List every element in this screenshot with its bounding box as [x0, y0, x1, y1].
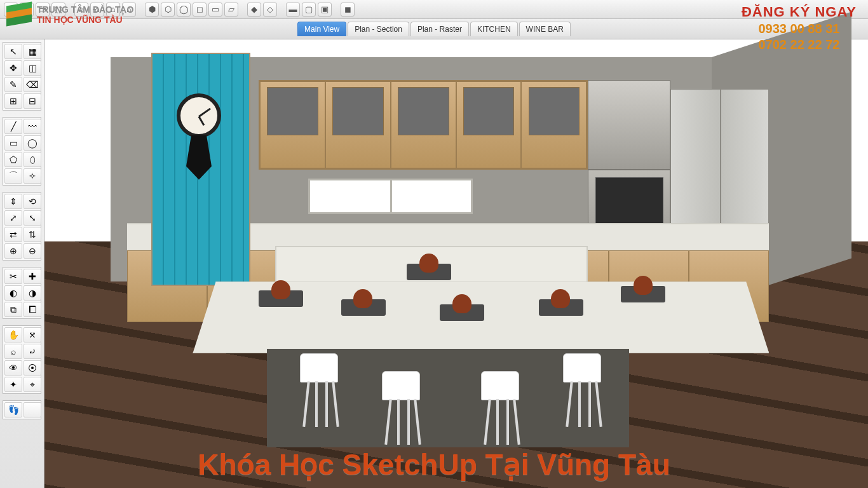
- logo-line1: TRUNG TÂM ĐÀO TẠO: [37, 4, 133, 15]
- phone-1: 0933 00 88 31: [742, 22, 857, 36]
- toolbar-button[interactable]: ◆: [247, 3, 261, 17]
- axes-tool-icon[interactable]: ⧉: [4, 302, 22, 317]
- palette-draw: ╱ 〰 ▭ ◯ ⬠ ⬯ ⌒ ✧: [3, 117, 41, 186]
- left-tool-palettes: ↖ ▦ ✥ ◫ ✎ ⌫ ⊞ ⊟ ╱ 〰 ▭ ◯ ⬠ ⬯ ⌒ ✧ ⇕ ⟲ ⤢ ⤡ …: [0, 39, 44, 488]
- scene-tab-wine-bar[interactable]: WINE BAR: [519, 22, 571, 36]
- zoom-window-tool-icon[interactable]: ⤾: [24, 344, 41, 359]
- arc-tool-icon[interactable]: 〰: [24, 119, 41, 134]
- toolbar-button[interactable]: ▭: [208, 3, 222, 17]
- placemat-3d: [440, 304, 484, 321]
- move-tool-icon[interactable]: ⇕: [4, 194, 22, 209]
- toolbar-button[interactable]: ⬡: [161, 3, 175, 17]
- rectangle-tool-icon[interactable]: ⊞: [4, 93, 22, 109]
- placemat-3d: [621, 286, 665, 302]
- paint-tool-icon[interactable]: ✥: [4, 60, 22, 76]
- select-tool-icon[interactable]: ↖: [4, 44, 22, 59]
- line2-tool-icon[interactable]: ╱: [4, 119, 22, 134]
- upper-cabinets-3d: [259, 80, 588, 170]
- arc2-tool-icon[interactable]: ⌒: [4, 168, 22, 184]
- register-now-text: ĐĂNG KÝ NGAY: [742, 4, 857, 20]
- course-title-overlay: Khóa Học SketchUp Tại Vũng Tàu: [0, 447, 868, 482]
- palette-camera: ✋ ⤧ ⌕ ⤾ 👁 ⦿ ✦ ⌖: [3, 325, 41, 394]
- followme-tool-icon[interactable]: ⇄: [4, 227, 22, 242]
- placemat-3d: [539, 299, 583, 316]
- scene-tab-main-view[interactable]: Main View: [297, 22, 346, 36]
- palette-modify: ⇕ ⟲ ⤢ ⤡ ⇄ ⇅ ⊕ ⊖: [3, 192, 41, 261]
- bar-stool-3d: [481, 371, 526, 447]
- zoom-tool-icon[interactable]: ⌕: [4, 344, 22, 359]
- toolbar-button[interactable]: ▱: [224, 3, 238, 17]
- text-tool-icon[interactable]: ◑: [24, 285, 41, 301]
- eraser-tool-icon[interactable]: ◫: [24, 60, 41, 76]
- rotate-tool-icon[interactable]: ⟲: [24, 194, 41, 209]
- component-tool-icon[interactable]: ▦: [24, 44, 41, 59]
- polygon-tool-icon[interactable]: ⬠: [4, 152, 22, 167]
- scene-tab-plan-section[interactable]: Plan - Section: [348, 22, 409, 36]
- look-around-tool-icon[interactable]: ⌖: [24, 377, 41, 392]
- kitchen-window-3d: [308, 179, 473, 214]
- scale-tool-icon[interactable]: ⤢: [4, 210, 22, 226]
- bezier-tool-icon[interactable]: ✧: [24, 168, 41, 184]
- intersect-tool-icon[interactable]: ⊖: [24, 243, 41, 259]
- offset-tool-icon[interactable]: ⇅: [24, 227, 41, 242]
- section-tool-icon[interactable]: [24, 402, 41, 417]
- scene-tab-kitchen[interactable]: KITCHEN: [470, 22, 518, 36]
- palette-principal: ↖ ▦ ✥ ◫ ✎ ⌫ ⊞ ⊟: [3, 42, 41, 111]
- rectangle2-tool-icon[interactable]: ⊟: [24, 93, 41, 109]
- walk-tool-icon[interactable]: 👣: [4, 402, 22, 417]
- placemat-3d: [341, 299, 386, 316]
- outer-shell-tool-icon[interactable]: ⊕: [4, 243, 22, 259]
- tape-tool-icon[interactable]: ✂: [4, 269, 22, 284]
- 3dtext-tool-icon[interactable]: ⧠: [24, 302, 41, 317]
- toolbar-button[interactable]: ▬: [286, 3, 300, 17]
- phone-2: 0702 22 22 72: [742, 37, 857, 52]
- rect-tool-icon[interactable]: ▭: [4, 135, 22, 151]
- orbit-tool-icon[interactable]: ✋: [4, 327, 22, 342]
- toolbar-button[interactable]: ⬢: [145, 3, 159, 17]
- bar-stool-3d: [300, 353, 344, 430]
- zoom-extents-tool-icon[interactable]: 👁: [4, 360, 22, 376]
- circle-tool-icon[interactable]: ◯: [24, 135, 41, 151]
- wall-clock-3d: [172, 93, 226, 174]
- palette-walk: 👣: [3, 400, 41, 419]
- register-now-overlay: ĐĂNG KÝ NGAY 0933 00 88 31 0702 22 22 72: [742, 4, 857, 52]
- toolbar-button[interactable]: ◯: [177, 3, 191, 17]
- position-camera-tool-icon[interactable]: ✦: [4, 377, 22, 392]
- freehand-tool-icon[interactable]: ⌫: [24, 77, 41, 92]
- pan-tool-icon[interactable]: ⤧: [24, 327, 41, 342]
- bar-stool-3d: [382, 371, 426, 447]
- previous-tool-icon[interactable]: ⦿: [24, 360, 41, 376]
- range-hood-3d: [588, 80, 670, 170]
- bar-stool-3d: [563, 353, 607, 430]
- toolbar-button[interactable]: ▢: [302, 3, 316, 17]
- toolbar-button[interactable]: ▣: [318, 3, 332, 17]
- pushpull-tool-icon[interactable]: ⤡: [24, 210, 41, 226]
- logo-mark-icon: [6, 4, 32, 25]
- line-tool-icon[interactable]: ✎: [4, 77, 22, 92]
- placemat-3d: [407, 264, 451, 280]
- protractor-tool-icon[interactable]: ◐: [4, 285, 22, 301]
- toolbar-button[interactable]: ◻: [193, 3, 207, 17]
- palette-construct: ✂ ✚ ◐ ◑ ⧉ ⧠: [3, 267, 41, 319]
- placemat-3d: [259, 290, 303, 307]
- model-viewport[interactable]: [44, 39, 868, 488]
- scene-tab-plan-raster[interactable]: Plan - Raster: [410, 22, 469, 36]
- dimension-tool-icon[interactable]: ✚: [24, 269, 41, 284]
- toolbar-button[interactable]: ◇: [263, 3, 277, 17]
- logo-line2: TIN HỌC VŨNG TÀU: [37, 15, 133, 25]
- training-center-logo-overlay: TRUNG TÂM ĐÀO TẠO TIN HỌC VŨNG TÀU: [6, 4, 133, 25]
- toolbar-button[interactable]: ◼: [341, 3, 355, 17]
- pie-tool-icon[interactable]: ⬯: [24, 152, 41, 167]
